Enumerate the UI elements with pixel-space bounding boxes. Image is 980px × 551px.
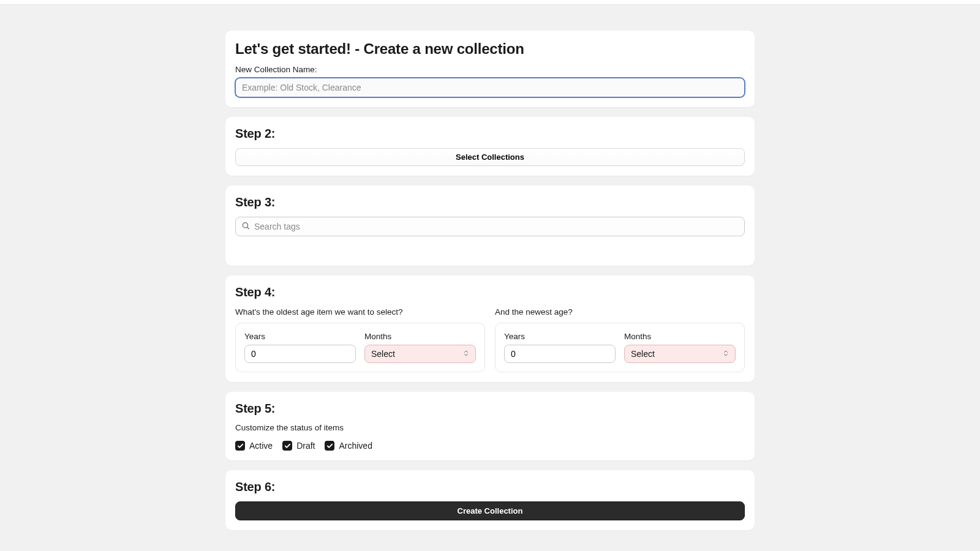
create-collection-button[interactable]: Create Collection <box>235 501 745 520</box>
archived-checkbox[interactable] <box>325 441 334 451</box>
step-5-subtext: Customize the status of items <box>235 423 745 432</box>
oldest-years-label: Years <box>244 332 356 341</box>
oldest-age-col: What's the oldest age item we want to se… <box>235 307 485 372</box>
newest-years-label: Years <box>504 332 616 341</box>
select-collections-button[interactable]: Select Collections <box>235 148 745 166</box>
oldest-months-select[interactable]: Select <box>364 345 476 363</box>
step-4-title: Step 4: <box>235 285 745 299</box>
oldest-years-input[interactable] <box>244 345 356 363</box>
newest-years-input[interactable] <box>504 345 616 363</box>
step-5-title: Step 5: <box>235 402 745 416</box>
active-checkbox-label: Active <box>249 441 273 451</box>
collection-name-label: New Collection Name: <box>235 65 745 74</box>
newest-age-inner-card: Years Months Select <box>495 323 745 372</box>
collection-name-input[interactable] <box>235 78 745 97</box>
step-2-title: Step 2: <box>235 127 745 141</box>
search-tags-input[interactable] <box>235 217 745 236</box>
oldest-age-question: What's the oldest age item we want to se… <box>235 307 402 317</box>
draft-checkbox-label: Draft <box>296 441 315 451</box>
step-5-card: Step 5: Customize the status of items Ac… <box>225 392 755 460</box>
step-4-card: Step 4: What's the oldest age item we wa… <box>225 276 755 382</box>
newest-age-question: And the newest age? <box>495 307 573 317</box>
newest-age-col: And the newest age? Years Months Select <box>495 307 745 372</box>
draft-checkbox[interactable] <box>282 441 292 451</box>
newest-months-select[interactable]: Select <box>624 345 736 363</box>
step-3-card: Step 3: <box>225 186 755 266</box>
page-container: Let's get started! - Create a new collec… <box>225 5 755 551</box>
tags-area <box>235 236 745 256</box>
newest-months-label: Months <box>624 332 736 341</box>
step-6-title: Step 6: <box>235 480 745 494</box>
step-6-card: Step 6: Create Collection <box>225 470 755 530</box>
archived-checkbox-label: Archived <box>339 441 372 451</box>
page-title: Let's get started! - Create a new collec… <box>235 40 745 58</box>
oldest-age-inner-card: Years Months Select <box>235 323 485 372</box>
oldest-months-label: Months <box>364 332 476 341</box>
step-2-card: Step 2: Select Collections <box>225 117 755 176</box>
top-bar <box>0 0 980 5</box>
step-3-title: Step 3: <box>235 195 745 209</box>
step-1-card: Let's get started! - Create a new collec… <box>225 31 755 107</box>
active-checkbox[interactable] <box>235 441 245 451</box>
